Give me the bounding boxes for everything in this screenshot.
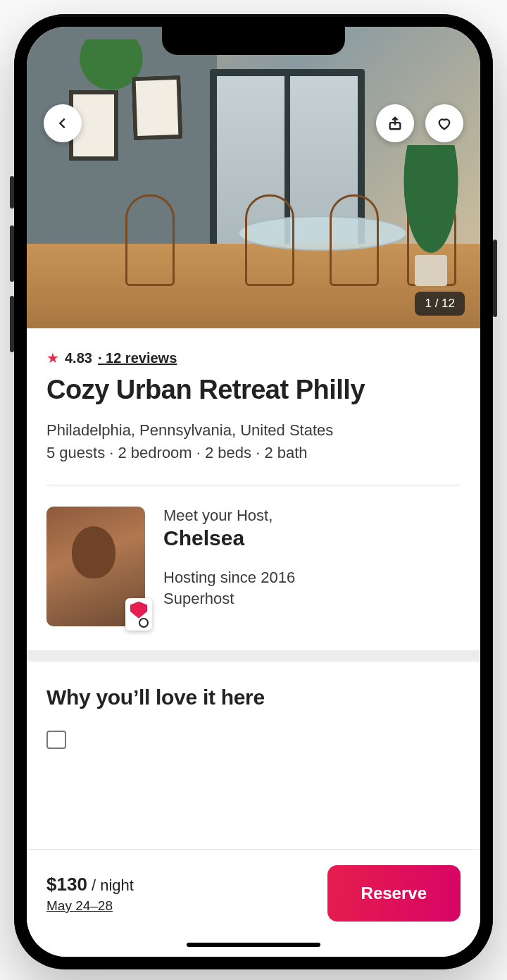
love-it-heading: Why you’ll love it here <box>46 686 461 709</box>
save-button[interactable] <box>425 104 463 142</box>
screen: 1 / 12 ★ 4.83 12 reviews Cozy Urban Retr… <box>27 27 480 957</box>
host-meet-label: Meet your Host, <box>163 507 295 525</box>
rating-line: ★ 4.83 12 reviews <box>46 349 461 366</box>
star-icon: ★ <box>46 349 59 366</box>
phone-frame: 1 / 12 ★ 4.83 12 reviews Cozy Urban Retr… <box>14 14 493 969</box>
divider <box>46 485 461 485</box>
host-text: Meet your Host, Chelsea Hosting since 20… <box>163 507 295 608</box>
host-role: Superhost <box>163 590 295 608</box>
amenity-icon <box>46 731 66 749</box>
price-unit: / night <box>87 876 134 894</box>
reserve-button[interactable]: Reserve <box>327 865 461 922</box>
price-amount: $130 <box>46 874 87 895</box>
listing-specs: 5 guests · 2 bedroom · 2 beds · 2 bath <box>46 444 461 462</box>
listing-location: Philadelphia, Pennsylvania, United State… <box>46 421 461 440</box>
share-button[interactable] <box>376 104 414 142</box>
phone-notch <box>162 27 345 55</box>
share-icon <box>387 116 403 131</box>
superhost-badge-icon <box>125 598 152 631</box>
price-block[interactable]: $130 / night May 24–28 <box>46 874 134 914</box>
listing-hero-photo[interactable]: 1 / 12 <box>27 27 480 328</box>
host-since: Hosting since 2016 <box>163 569 295 587</box>
phone-power-button <box>493 240 497 317</box>
listing-title: Cozy Urban Retreat Philly <box>46 375 461 406</box>
host-section[interactable]: Meet your Host, Chelsea Hosting since 20… <box>46 507 461 626</box>
listing-content: ★ 4.83 12 reviews Cozy Urban Retreat Phi… <box>27 328 480 749</box>
phone-side-button <box>10 176 14 209</box>
host-name: Chelsea <box>163 526 295 550</box>
section-separator <box>27 650 480 662</box>
photo-counter: 1 / 12 <box>415 292 465 316</box>
booking-footer: $130 / night May 24–28 Reserve <box>27 849 480 957</box>
back-button[interactable] <box>44 104 82 142</box>
rating-value: 4.83 <box>65 350 92 366</box>
phone-volume-down <box>10 296 14 352</box>
selected-dates[interactable]: May 24–28 <box>46 898 134 914</box>
reviews-link[interactable]: 12 reviews <box>98 350 177 366</box>
chevron-left-icon <box>55 116 70 131</box>
phone-volume-up <box>10 225 14 282</box>
home-indicator[interactable] <box>187 943 320 947</box>
host-photo <box>46 507 145 626</box>
heart-icon <box>437 116 452 131</box>
